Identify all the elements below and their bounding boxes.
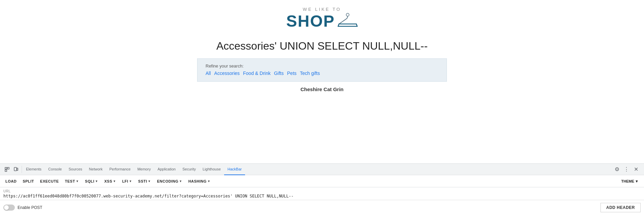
page-content: WE LIKE TO SHOP: [0, 0, 644, 111]
hanger-icon: [338, 12, 358, 30]
refine-link-pets[interactable]: Pets: [287, 71, 297, 76]
page-heading: Accessories' UNION SELECT NULL,NULL--: [216, 40, 428, 52]
page-subtitle: Cheshire Cat Grin: [300, 86, 344, 92]
logo-main-row: SHOP: [286, 12, 358, 30]
refine-box: Refine your search: All Accessories Food…: [197, 58, 447, 82]
refine-link-food-drink[interactable]: Food & Drink: [243, 71, 271, 76]
logo-shop-text: SHOP: [286, 12, 335, 30]
refine-link-all[interactable]: All: [206, 71, 211, 76]
refine-link-gifts[interactable]: Gifts: [274, 71, 284, 76]
refine-links: All Accessories Food & Drink Gifts Pets …: [206, 71, 438, 76]
refine-link-accessories[interactable]: Accessories: [214, 71, 240, 76]
refine-link-tech-gifts[interactable]: Tech gifts: [300, 71, 320, 76]
refine-label: Refine your search:: [206, 63, 438, 69]
svg-point-0: [346, 13, 349, 16]
logo-tagline: WE LIKE TO: [303, 7, 341, 12]
logo-area: WE LIKE TO SHOP: [286, 7, 358, 30]
